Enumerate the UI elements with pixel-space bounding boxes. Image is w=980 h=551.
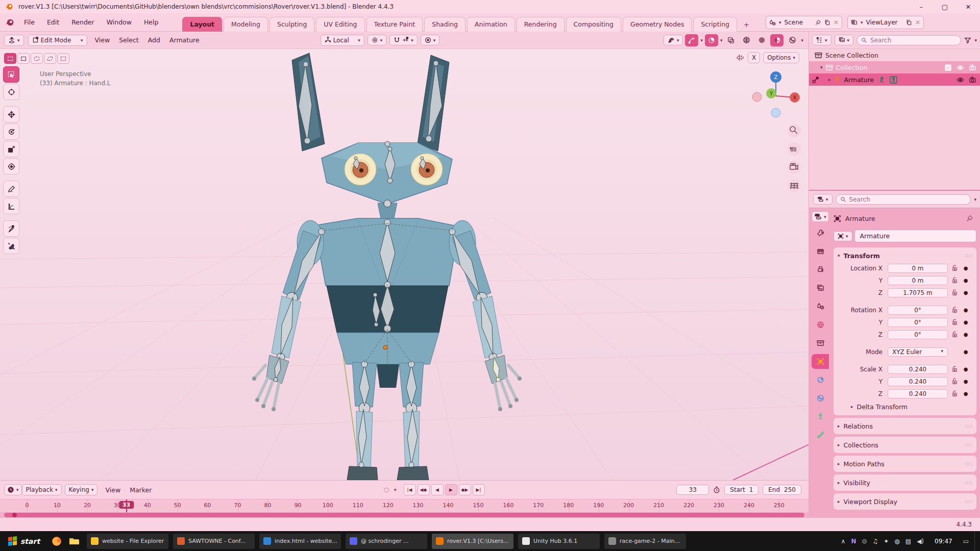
tray-media-icon[interactable]: ♫	[872, 538, 878, 545]
tray-network-icon[interactable]: ⊙	[862, 538, 867, 545]
timeline-menu-view[interactable]: View	[101, 484, 125, 496]
jump-to-start-button[interactable]: |◀	[404, 484, 416, 495]
tool-transform[interactable]	[3, 158, 19, 174]
pin-icon[interactable]	[815, 19, 821, 26]
close-button[interactable]: ✕	[957, 0, 980, 13]
properties-tab-data[interactable]	[812, 409, 829, 424]
gizmo-neg-z-axis[interactable]	[771, 108, 780, 117]
scene-selector[interactable]: ▾ Scene ✕	[766, 16, 842, 29]
taskbar-clock[interactable]: 09:47	[929, 538, 958, 545]
select-mode-paint[interactable]	[57, 53, 69, 64]
play-button[interactable]: ▶	[445, 484, 457, 495]
outliner-editor-button[interactable]: ▾	[812, 35, 831, 45]
drag-handle-icon[interactable]: ∷∷	[965, 423, 972, 429]
taskbar-app-5[interactable]: Unity Hub 3.6.1	[518, 534, 600, 549]
lock-icon[interactable]	[948, 306, 961, 314]
lock-icon[interactable]	[948, 365, 961, 373]
tool-roll[interactable]	[3, 220, 19, 237]
pin-icon[interactable]	[966, 215, 973, 222]
drag-handle-icon[interactable]: ∷∷	[965, 461, 972, 467]
properties-editor-button[interactable]: ▾	[813, 194, 832, 205]
animate-dot[interactable]: ●	[961, 290, 970, 295]
tool-select-box[interactable]	[3, 66, 19, 83]
value-field[interactable]: 0°	[888, 306, 948, 315]
xray-toggle[interactable]	[724, 34, 738, 46]
copy-icon[interactable]	[906, 19, 912, 26]
end-frame-field[interactable]: End250	[763, 485, 801, 495]
workspace-tab-uv-editing[interactable]: UV Editing	[316, 17, 364, 32]
expander-icon[interactable]: ▾	[820, 65, 823, 70]
timeline-editor-button[interactable]: ▾	[4, 484, 22, 495]
taskbar-app-2[interactable]: index.html - website...	[259, 534, 341, 549]
properties-tab-view-layer[interactable]	[812, 281, 829, 295]
workspace-tab-compositing[interactable]: Compositing	[566, 17, 621, 32]
lock-icon[interactable]	[948, 277, 961, 284]
lock-icon[interactable]	[948, 378, 961, 385]
notification-icon[interactable]: ▭	[963, 538, 969, 545]
options-dropdown[interactable]: Options▾	[763, 52, 799, 63]
minimize-button[interactable]: –	[910, 0, 933, 13]
select-mode-tweak[interactable]	[4, 53, 16, 64]
timeline-menu-keying[interactable]: Keying▾	[65, 484, 98, 495]
lock-icon[interactable]	[948, 289, 961, 296]
pivot-dropdown[interactable]: ▾	[368, 35, 387, 45]
workspace-tab-texture-paint[interactable]: Texture Paint	[366, 17, 423, 32]
outliner-row-collection[interactable]: ▾Collection	[809, 61, 980, 73]
tray-shield-icon[interactable]: ◍	[894, 538, 899, 545]
tool-rotate[interactable]	[3, 123, 19, 140]
mode-dropdown[interactable]: Edit Mode ▾	[28, 35, 87, 46]
mirror-icon[interactable]	[736, 54, 745, 61]
properties-search[interactable]: Search	[836, 194, 971, 205]
animate-dot[interactable]: ●	[961, 379, 970, 384]
orientation-dropdown[interactable]: Local ▾	[321, 35, 364, 46]
taskbar-app-4[interactable]: rover.V1.3 [C:\Users...	[432, 534, 513, 549]
pose-box-icon[interactable]	[890, 76, 897, 84]
properties-tab-object[interactable]	[812, 354, 829, 369]
timeline-menu-marker[interactable]: Marker	[125, 484, 156, 496]
play-reverse-button[interactable]: ◀	[431, 484, 444, 495]
object-type-dropdown[interactable]: ▾	[834, 231, 852, 241]
properties-tab-physics[interactable]	[812, 391, 829, 406]
tray-expand-icon[interactable]: ∧	[841, 538, 846, 545]
menu-help[interactable]: Help	[138, 16, 164, 28]
properties-tab-constraints[interactable]	[812, 372, 829, 387]
workspace-tab-rendering[interactable]: Rendering	[517, 17, 565, 32]
timeline-ruler[interactable]: 0102030405060708090100110120130140150160…	[0, 499, 808, 512]
proportional-editing-button[interactable]: ▾	[421, 35, 440, 45]
next-keyframe-button[interactable]: ◆▶	[459, 484, 471, 495]
add-workspace-button[interactable]: +	[739, 18, 754, 32]
outliner-display-mode-button[interactable]: ▾	[835, 35, 854, 45]
mirror-x-button[interactable]: X	[748, 52, 760, 63]
shading-chevron[interactable]: ▾	[801, 38, 803, 43]
viewport-menu-add[interactable]: Add	[143, 34, 165, 46]
animate-dot[interactable]: ●	[961, 349, 970, 355]
viewport-menu-select[interactable]: Select	[114, 34, 143, 46]
workspace-tab-geometry-nodes[interactable]: Geometry Nodes	[623, 17, 692, 32]
tool-scale[interactable]	[3, 141, 19, 157]
properties-tab-bone[interactable]	[812, 428, 829, 442]
workspace-tab-animation[interactable]: Animation	[467, 17, 515, 32]
editor-type-button[interactable]: ▾	[4, 35, 24, 46]
value-field[interactable]: 0 m	[888, 276, 948, 285]
workspace-tab-sculpting[interactable]: Sculpting	[270, 17, 314, 32]
shading-rendered-button[interactable]	[786, 34, 799, 46]
filter-chevron[interactable]: ▾	[974, 38, 977, 43]
select-mode-lasso[interactable]	[44, 53, 56, 64]
tray-volume-icon[interactable]: ◀)	[917, 538, 924, 545]
viewport-canvas[interactable]: Z X Y	[0, 49, 808, 480]
taskbar-app-1[interactable]: SAWTOWNE - Conf...	[173, 534, 255, 549]
tray-bluetooth-icon[interactable]: ✦	[884, 538, 889, 545]
outliner-row-scene-collection[interactable]: Scene Collection	[809, 49, 980, 61]
gizmos-chevron[interactable]: ▾	[700, 38, 703, 43]
gizmos-toggle[interactable]	[685, 34, 698, 46]
panel-viewport-display[interactable]: ▸ Viewport Display ∷∷	[834, 493, 976, 510]
prev-keyframe-button[interactable]: ◀◆	[418, 484, 430, 495]
animate-dot[interactable]: ●	[961, 319, 970, 325]
current-frame-badge[interactable]: 33	[119, 501, 134, 509]
workspace-tab-modeling[interactable]: Modeling	[224, 17, 268, 32]
value-field[interactable]: 0 m	[888, 264, 948, 273]
value-field[interactable]: 0.240	[888, 389, 948, 398]
menu-window[interactable]: Window	[101, 16, 137, 28]
panel-expand-icon[interactable]: ▾	[838, 253, 840, 258]
viewport-menu-armature[interactable]: Armature	[165, 34, 204, 46]
